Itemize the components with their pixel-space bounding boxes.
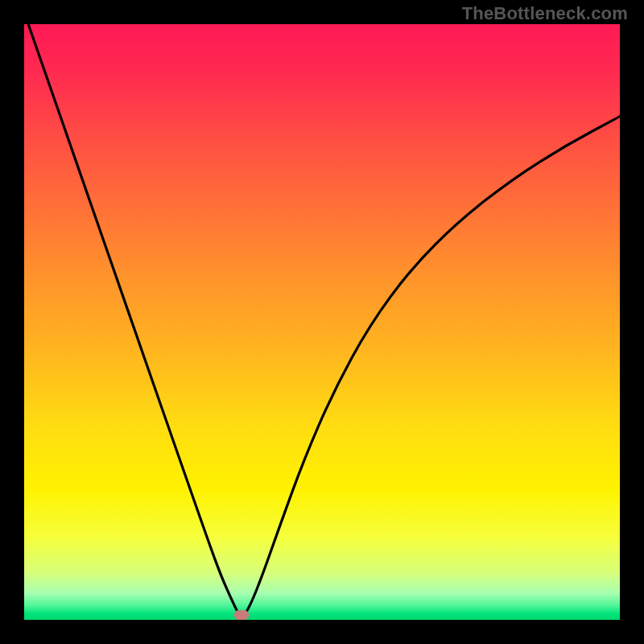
curve-layer: [24, 24, 620, 620]
plot-area: [24, 24, 620, 620]
chart-container: TheBottleneck.com: [0, 0, 644, 644]
bottleneck-curve: [24, 24, 620, 616]
optimum-marker: [234, 610, 249, 620]
watermark-text: TheBottleneck.com: [462, 3, 628, 24]
